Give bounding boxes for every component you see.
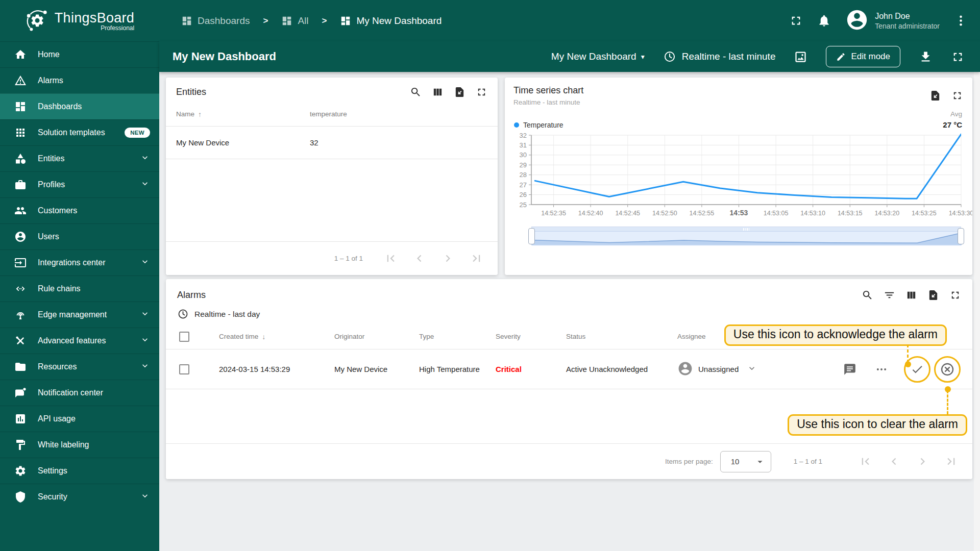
breadcrumb-current-dashboard[interactable]: My New Dashboard bbox=[340, 15, 442, 27]
avatar bbox=[845, 8, 869, 34]
sidebar-item-solution-templates[interactable]: Solution templates NEW bbox=[0, 119, 159, 145]
column-header-name[interactable]: Name ↑ bbox=[176, 110, 310, 118]
select-all-checkbox[interactable] bbox=[179, 332, 189, 342]
chevron-down-icon bbox=[140, 335, 150, 347]
sidebar-item-customers[interactable]: Customers bbox=[0, 197, 159, 223]
svg-text:14:53:10: 14:53:10 bbox=[800, 210, 825, 217]
column-header-created-time[interactable]: Created time ↓ bbox=[199, 333, 334, 341]
column-header-status[interactable]: Status bbox=[566, 333, 677, 340]
sidebar-item-api-usage[interactable]: API usage bbox=[0, 406, 159, 432]
timeseries-export-button[interactable] bbox=[929, 90, 941, 102]
account-circle-icon bbox=[14, 231, 27, 243]
entities-widget: Entities Name ↑ temperatur bbox=[166, 78, 498, 275]
entity-name-cell: My New Device bbox=[176, 138, 310, 147]
breadcrumb: Dashboards > All > My New Dashboard bbox=[181, 15, 442, 27]
sidebar: ThingsBoard Professional Home Alarms Das… bbox=[0, 0, 159, 551]
next-page-button[interactable] bbox=[908, 455, 937, 468]
edit-mode-button[interactable]: Edit mode bbox=[826, 46, 900, 67]
fullscreen-icon bbox=[951, 50, 965, 64]
alarms-filter-button[interactable] bbox=[884, 289, 895, 301]
chevron-right-icon bbox=[441, 252, 455, 265]
notifications-button[interactable] bbox=[817, 14, 831, 28]
sidebar-item-profiles[interactable]: Profiles bbox=[0, 171, 159, 197]
sidebar-item-rule-chains[interactable]: Rule chains bbox=[0, 276, 159, 302]
sidebar-item-resources[interactable]: Resources bbox=[0, 354, 159, 380]
check-icon bbox=[911, 363, 924, 376]
sidebar-item-notification-center[interactable]: Notification center bbox=[0, 380, 159, 406]
column-header-originator[interactable]: Originator bbox=[334, 333, 419, 340]
alarm-comment-button[interactable] bbox=[840, 359, 860, 380]
column-header-temperature[interactable]: temperature bbox=[310, 110, 347, 118]
first-page-button[interactable] bbox=[376, 252, 405, 265]
breadcrumb-all[interactable]: All bbox=[281, 15, 308, 27]
timewindow-button[interactable]: Realtime - last minute bbox=[663, 50, 776, 63]
user-role: Tenant administrator bbox=[875, 22, 940, 30]
antenna-icon bbox=[14, 309, 27, 321]
alarms-timewindow-button[interactable]: Realtime - last day bbox=[166, 301, 972, 320]
timeseries-fullscreen-button[interactable] bbox=[951, 90, 963, 102]
clock-icon bbox=[663, 50, 676, 63]
sidebar-item-entities[interactable]: Entities bbox=[0, 145, 159, 171]
app-logo[interactable]: ThingsBoard Professional bbox=[0, 0, 159, 41]
data-zoom-handle-left[interactable] bbox=[528, 228, 535, 244]
table-row[interactable]: My New Device 32 bbox=[166, 127, 498, 159]
row-checkbox[interactable] bbox=[179, 364, 189, 374]
dashboard-image-button[interactable] bbox=[794, 50, 807, 64]
sidebar-item-security[interactable]: Security bbox=[0, 484, 159, 510]
scrollbar[interactable] bbox=[974, 72, 980, 551]
next-page-button[interactable] bbox=[433, 252, 462, 265]
fullscreen-button[interactable] bbox=[789, 14, 803, 28]
sidebar-item-advanced-features[interactable]: Advanced features bbox=[0, 328, 159, 354]
entities-search-button[interactable] bbox=[410, 86, 422, 98]
alarm-more-actions-button[interactable] bbox=[871, 359, 892, 380]
alarms-fullscreen-button[interactable] bbox=[949, 289, 961, 301]
dashboard-fullscreen-button[interactable] bbox=[951, 50, 965, 64]
previous-page-button[interactable] bbox=[405, 252, 433, 265]
chart-data-zoom-slider[interactable] bbox=[531, 227, 961, 245]
breadcrumb-dashboards[interactable]: Dashboards bbox=[181, 15, 250, 27]
svg-text:27: 27 bbox=[520, 181, 527, 189]
alarms-columns-button[interactable] bbox=[905, 289, 917, 301]
alarm-table-row[interactable]: 2024-03-15 14:53:29 My New Device High T… bbox=[166, 349, 972, 389]
user-menu[interactable]: John Doe Tenant administrator bbox=[845, 8, 940, 34]
sidebar-item-settings[interactable]: Settings bbox=[0, 458, 159, 484]
sidebar-item-alarms[interactable]: Alarms bbox=[0, 67, 159, 93]
sidebar-item-label: Resources bbox=[38, 362, 77, 371]
first-page-button[interactable] bbox=[851, 455, 879, 468]
chevron-down-icon: ▾ bbox=[641, 53, 645, 61]
dashboard-state-select[interactable]: My New Dashboard ▾ bbox=[551, 51, 645, 62]
last-page-button[interactable] bbox=[937, 455, 965, 468]
sidebar-item-integrations-center[interactable]: Integrations center bbox=[0, 249, 159, 276]
alarms-export-button[interactable] bbox=[927, 289, 939, 301]
timeseries-widget: Time series chart Realtime - last minute… bbox=[505, 78, 972, 275]
items-per-page-select[interactable]: 10 bbox=[720, 451, 771, 472]
legend-avg-value: 27 °C bbox=[943, 120, 962, 129]
folder-icon bbox=[14, 361, 27, 373]
sidebar-item-edge-management[interactable]: Edge management bbox=[0, 302, 159, 328]
alarm-assignee-dropdown[interactable]: Unassigned bbox=[677, 361, 820, 378]
sidebar-item-label: Security bbox=[38, 492, 67, 502]
last-page-button[interactable] bbox=[462, 252, 491, 265]
column-header-type[interactable]: Type bbox=[419, 333, 496, 340]
entities-fullscreen-button[interactable] bbox=[476, 86, 487, 98]
sidebar-item-white-labeling[interactable]: White labeling bbox=[0, 432, 159, 458]
entities-paginator: 1 – 1 of 1 bbox=[166, 241, 498, 275]
sidebar-item-users[interactable]: Users bbox=[0, 223, 159, 249]
alarm-clear-button[interactable] bbox=[934, 356, 961, 383]
legend-series-name[interactable]: Temperature bbox=[523, 121, 564, 129]
download-button[interactable] bbox=[919, 50, 933, 64]
pencil-icon bbox=[836, 52, 846, 62]
entities-export-button[interactable] bbox=[454, 86, 465, 98]
alarms-paginator: Items per page: 10 1 – 1 of 1 bbox=[166, 443, 972, 479]
file-export-icon bbox=[927, 289, 939, 301]
data-zoom-handle-right[interactable] bbox=[958, 228, 964, 244]
alarms-search-button[interactable] bbox=[862, 289, 873, 301]
data-zoom-grip[interactable] bbox=[532, 227, 961, 232]
more-menu-button[interactable] bbox=[954, 14, 968, 28]
previous-page-button[interactable] bbox=[879, 455, 908, 468]
entities-columns-button[interactable] bbox=[432, 86, 444, 98]
sidebar-item-dashboards[interactable]: Dashboards bbox=[0, 93, 159, 119]
column-header-severity[interactable]: Severity bbox=[496, 333, 566, 340]
fullscreen-icon bbox=[476, 86, 487, 98]
sidebar-item-home[interactable]: Home bbox=[0, 41, 159, 67]
